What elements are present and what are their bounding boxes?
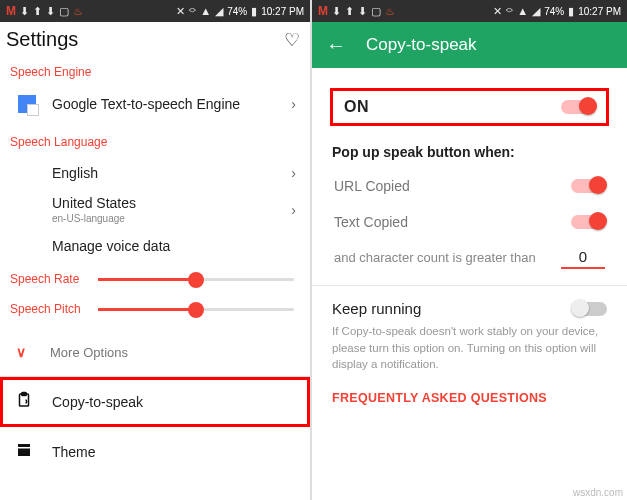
- text-copied-switch[interactable]: [571, 215, 605, 229]
- section-speech-language: Speech Language: [0, 123, 310, 155]
- appbar: ← Copy-to-speak: [312, 22, 627, 68]
- bluetooth-icon: ⌔: [189, 5, 196, 17]
- square-icon: ▢: [371, 5, 381, 18]
- signal-icon: ◢: [532, 5, 540, 18]
- download-icon: ⬇: [332, 5, 341, 18]
- chevron-right-icon: ›: [291, 96, 296, 112]
- status-bar: M ⬇ ⬆ ⬇ ▢ ♨ ✕ ⌔ ▲ ◢ 74% ▮ 10:27 PM: [312, 0, 627, 22]
- speech-rate-slider[interactable]: [98, 278, 294, 281]
- speech-pitch-label: Speech Pitch: [10, 302, 98, 316]
- theme-icon: [14, 441, 34, 463]
- status-time: 10:27 PM: [261, 6, 304, 17]
- battery-icon: ▮: [568, 5, 574, 18]
- status-app-icon: M: [318, 4, 328, 18]
- master-toggle-row[interactable]: ON: [330, 88, 609, 126]
- flame-icon: ♨: [385, 5, 395, 18]
- status-time: 10:27 PM: [578, 6, 621, 17]
- battery-text: 74%: [227, 6, 247, 17]
- tts-engine-row[interactable]: Google Text-to-speech Engine ›: [0, 85, 310, 123]
- url-copied-row[interactable]: URL Copied: [312, 168, 627, 204]
- country-sublabel: en-US-language: [52, 213, 291, 224]
- country-row[interactable]: United States en-US-language ›: [0, 191, 310, 228]
- watermark: wsxdn.com: [573, 487, 623, 498]
- back-arrow-icon[interactable]: ←: [326, 34, 346, 57]
- keep-running-description: If Copy-to-speak doesn't work stably on …: [332, 323, 607, 373]
- settings-screen: M ⬇ ⬆ ⬇ ▢ ♨ ✕ ⌔ ▲ ◢ 74% ▮ 10:27 PM Setti…: [0, 0, 312, 500]
- download-icon: ⬇: [20, 5, 29, 18]
- text-copied-row[interactable]: Text Copied: [312, 204, 627, 240]
- status-app-icon: M: [6, 4, 16, 18]
- battery-text: 74%: [544, 6, 564, 17]
- favorite-icon[interactable]: ♡: [284, 29, 300, 51]
- tts-engine-label: Google Text-to-speech Engine: [52, 96, 291, 112]
- upload-icon: ⬆: [345, 5, 354, 18]
- master-toggle-label: ON: [344, 98, 369, 116]
- svg-rect-1: [22, 393, 27, 396]
- chevron-right-icon: ›: [291, 202, 296, 218]
- wifi-icon: ▲: [200, 5, 211, 17]
- menu-copy-label: Copy-to-speak: [52, 394, 143, 410]
- appbar-title: Copy-to-speak: [366, 35, 477, 55]
- speech-pitch-slider[interactable]: [98, 308, 294, 311]
- speech-rate-label: Speech Rate: [10, 272, 98, 286]
- more-options-row[interactable]: ∨ More Options: [0, 328, 310, 377]
- char-count-row: and character count is greater than: [312, 240, 627, 283]
- download-icon: ⬇: [46, 5, 55, 18]
- manage-voice-label: Manage voice data: [52, 238, 296, 254]
- clipboard-speak-icon: [14, 391, 34, 413]
- url-copied-label: URL Copied: [334, 178, 410, 194]
- url-copied-switch[interactable]: [571, 179, 605, 193]
- keep-running-switch[interactable]: [573, 302, 607, 316]
- vibrate-icon: ✕: [176, 5, 185, 18]
- country-label: United States: [52, 195, 291, 211]
- char-count-label: and character count is greater than: [334, 250, 551, 265]
- wifi-icon: ▲: [517, 5, 528, 17]
- language-label: English: [52, 165, 291, 181]
- speech-rate-row: Speech Rate: [0, 264, 310, 294]
- master-toggle-switch[interactable]: [561, 100, 595, 114]
- bluetooth-icon: ⌔: [506, 5, 513, 17]
- section-speech-engine: Speech Engine: [0, 53, 310, 85]
- popup-section-title: Pop up speak button when:: [312, 136, 627, 168]
- faq-link[interactable]: FREQUENTLY ASKED QUESTIONS: [312, 381, 627, 415]
- keep-running-title: Keep running: [332, 300, 421, 317]
- menu-theme[interactable]: Theme: [0, 427, 310, 477]
- square-icon: ▢: [59, 5, 69, 18]
- chevron-down-icon: ∨: [16, 344, 26, 360]
- manage-voice-row[interactable]: Manage voice data: [0, 228, 310, 264]
- battery-icon: ▮: [251, 5, 257, 18]
- flame-icon: ♨: [73, 5, 83, 18]
- signal-icon: ◢: [215, 5, 223, 18]
- chevron-right-icon: ›: [291, 165, 296, 181]
- copy-to-speak-screen: M ⬇ ⬆ ⬇ ▢ ♨ ✕ ⌔ ▲ ◢ 74% ▮ 10:27 PM ← Cop…: [312, 0, 627, 500]
- text-copied-label: Text Copied: [334, 214, 408, 230]
- menu-theme-label: Theme: [52, 444, 96, 460]
- upload-icon: ⬆: [33, 5, 42, 18]
- language-row[interactable]: English ›: [0, 155, 310, 191]
- char-count-input[interactable]: [561, 246, 605, 269]
- page-title: Settings: [6, 28, 78, 51]
- speech-pitch-row: Speech Pitch: [0, 294, 310, 324]
- download-icon: ⬇: [358, 5, 367, 18]
- status-bar: M ⬇ ⬆ ⬇ ▢ ♨ ✕ ⌔ ▲ ◢ 74% ▮ 10:27 PM: [0, 0, 310, 22]
- menu-copy-to-speak[interactable]: Copy-to-speak: [0, 377, 310, 427]
- vibrate-icon: ✕: [493, 5, 502, 18]
- more-options-label: More Options: [50, 345, 128, 360]
- tts-engine-icon: [18, 95, 36, 113]
- keep-running-block[interactable]: Keep running If Copy-to-speak doesn't wo…: [312, 288, 627, 381]
- divider: [312, 285, 627, 286]
